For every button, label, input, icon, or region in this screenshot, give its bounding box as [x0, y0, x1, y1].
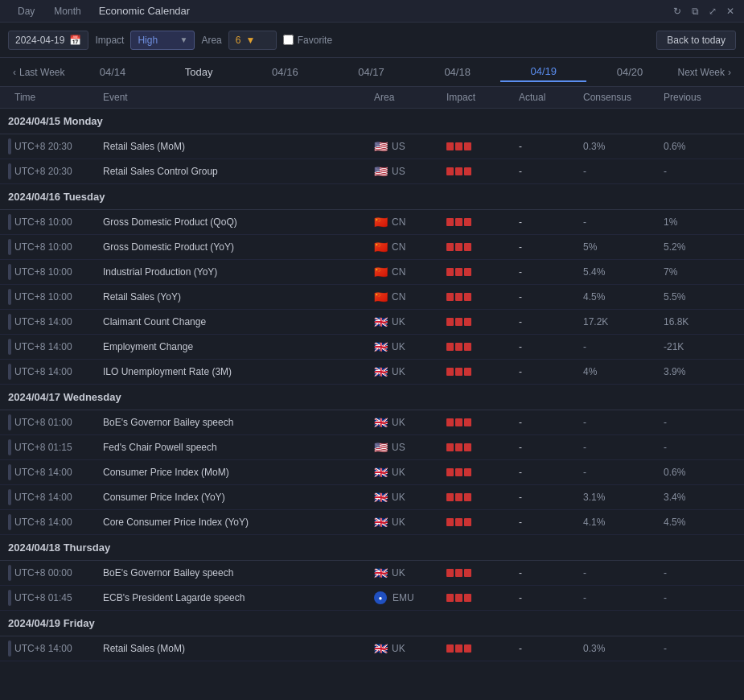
last-week-label: Last Week	[19, 67, 64, 78]
nav-date-0417[interactable]: 04/17	[328, 63, 414, 81]
row-indicator	[8, 640, 11, 657]
row-actual: -	[519, 341, 583, 352]
impact-bar-3	[464, 243, 471, 251]
row-previous: -	[664, 643, 736, 654]
table-row[interactable]: UTC+8 20:30Retail Sales (MoM)🇺🇸US -0.3%0…	[0, 134, 744, 159]
row-time: UTC+8 14:00	[14, 467, 103, 478]
table-row[interactable]: UTC+8 20:30Retail Sales Control Group🇺🇸U…	[0, 159, 744, 184]
table-row[interactable]: UTC+8 10:00Retail Sales (YoY)🇨🇳CN -4.5%5…	[0, 285, 744, 310]
nav-date-0420[interactable]: 04/20	[586, 63, 672, 81]
nav-date-0419[interactable]: 04/19	[500, 62, 586, 82]
impact-bars	[446, 343, 519, 351]
content-area[interactable]: 2024/04/15 MondayUTC+8 20:30Retail Sales…	[0, 109, 744, 693]
emu-icon: ●	[374, 591, 387, 604]
table-row[interactable]: UTC+8 14:00ILO Unemployment Rate (3M)🇬🇧U…	[0, 360, 744, 385]
nav-date-0414[interactable]: 04/14	[69, 63, 155, 81]
country-flag: 🇨🇳	[374, 266, 388, 278]
impact-bars	[446, 443, 519, 451]
impact-bar-1	[446, 318, 454, 326]
row-indicator	[8, 489, 11, 505]
country-flag: 🇺🇸	[374, 140, 388, 153]
row-area: 🇺🇸US	[374, 165, 446, 178]
impact-bar-1	[446, 493, 454, 501]
table-row[interactable]: UTC+8 00:00BoE's Governor Bailey speech🇬…	[0, 561, 744, 586]
row-indicator	[8, 464, 11, 480]
area-text: CN	[392, 291, 405, 303]
row-event: Retail Sales Control Group	[103, 166, 374, 177]
nav-date-0418[interactable]: 04/18	[414, 63, 500, 81]
row-consensus: 0.3%	[583, 141, 664, 152]
impact-bar-3	[464, 644, 471, 653]
table-row[interactable]: UTC+8 10:00Gross Domestic Product (QoQ)🇨…	[0, 210, 744, 235]
row-consensus: 4%	[583, 366, 664, 377]
tab-month[interactable]: Month	[44, 2, 90, 20]
row-previous: 1%	[664, 216, 736, 228]
th-area: Area	[374, 92, 446, 103]
row-indicator	[8, 314, 11, 330]
date-value: 2024-04-19	[15, 35, 64, 46]
table-row[interactable]: UTC+8 14:00Retail Sales (MoM)🇬🇧UK -0.3%-	[0, 636, 744, 661]
row-event: Gross Domestic Product (YoY)	[103, 241, 374, 253]
maximize-btn[interactable]: ⤢	[707, 6, 718, 17]
row-actual: -	[519, 592, 583, 603]
back-to-today-button[interactable]: Back to today	[656, 31, 736, 50]
table-row[interactable]: UTC+8 01:00BoE's Governor Bailey speech🇬…	[0, 410, 744, 435]
row-area: 🇬🇧UK	[374, 466, 446, 479]
country-flag: 🇬🇧	[374, 516, 388, 529]
table-row[interactable]: UTC+8 14:00Core Consumer Price Index (Yo…	[0, 510, 744, 535]
next-week-btn[interactable]: Next Week ›	[673, 64, 736, 81]
impact-label: Impact	[95, 35, 124, 46]
nav-date-today[interactable]: Today	[156, 63, 242, 81]
area-text: CN	[392, 266, 405, 278]
impact-bars	[446, 644, 519, 653]
row-area: 🇬🇧UK	[374, 516, 446, 529]
row-event: Consumer Price Index (MoM)	[103, 467, 374, 478]
impact-bar-3	[464, 493, 471, 501]
area-dropdown[interactable]: 6 ▼	[228, 31, 277, 50]
last-week-btn[interactable]: ‹ Last Week	[8, 64, 69, 81]
table-row[interactable]: UTC+8 14:00Employment Change🇬🇧UK ---21K	[0, 335, 744, 360]
impact-bar-3	[464, 368, 471, 376]
nav-date-0416[interactable]: 04/16	[242, 63, 328, 81]
favorite-input[interactable]	[283, 35, 294, 45]
th-indicator	[8, 92, 14, 103]
row-indicator	[8, 514, 11, 530]
impact-bars	[446, 518, 519, 526]
row-consensus: -	[583, 442, 664, 453]
row-time: UTC+8 14:00	[14, 316, 103, 327]
row-event: ECB's President Lagarde speech	[103, 592, 374, 603]
close-btn[interactable]: ✕	[725, 6, 736, 17]
area-text: US	[392, 141, 405, 152]
row-event: Gross Domestic Product (QoQ)	[103, 216, 374, 228]
row-event: BoE's Governor Bailey speech	[103, 567, 374, 579]
th-time: Time	[14, 92, 103, 103]
restore-btn[interactable]: ⧉	[689, 6, 701, 17]
refresh-btn[interactable]: ↻	[672, 6, 683, 17]
table-row[interactable]: UTC+8 14:00Claimant Count Change🇬🇧UK -17…	[0, 310, 744, 335]
impact-bar-1	[446, 644, 454, 653]
row-indicator	[8, 439, 11, 455]
row-time: UTC+8 01:15	[14, 442, 103, 453]
next-week-label: Next Week	[678, 67, 725, 78]
row-indicator	[8, 163, 11, 179]
table-row[interactable]: UTC+8 01:15Fed's Chair Powell speech🇺🇸US…	[0, 435, 744, 460]
tab-day[interactable]: Day	[8, 2, 44, 20]
table-row[interactable]: UTC+8 14:00Consumer Price Index (YoY)🇬🇧U…	[0, 485, 744, 510]
row-event: Retail Sales (MoM)	[103, 643, 374, 654]
row-time: UTC+8 14:00	[14, 366, 103, 377]
impact-bars	[446, 268, 519, 276]
impact-dropdown[interactable]: High ▼	[130, 31, 195, 50]
date-picker[interactable]: 2024-04-19 📅	[8, 31, 88, 50]
row-consensus: -	[583, 592, 664, 603]
table-row[interactable]: UTC+8 01:45ECB's President Lagarde speec…	[0, 586, 744, 611]
row-event: Consumer Price Index (YoY)	[103, 492, 374, 503]
favorite-checkbox[interactable]: Favorite	[283, 35, 332, 46]
impact-bar-1	[446, 518, 454, 526]
row-area: 🇺🇸US	[374, 441, 446, 454]
table-row[interactable]: UTC+8 14:00Consumer Price Index (MoM)🇬🇧U…	[0, 460, 744, 485]
app-title: Economic Calendar	[99, 5, 190, 17]
table-row[interactable]: UTC+8 10:00Gross Domestic Product (YoY)🇨…	[0, 235, 744, 260]
impact-bars	[446, 142, 519, 150]
row-consensus: -	[583, 166, 664, 177]
table-row[interactable]: UTC+8 10:00Industrial Production (YoY)🇨🇳…	[0, 260, 744, 285]
